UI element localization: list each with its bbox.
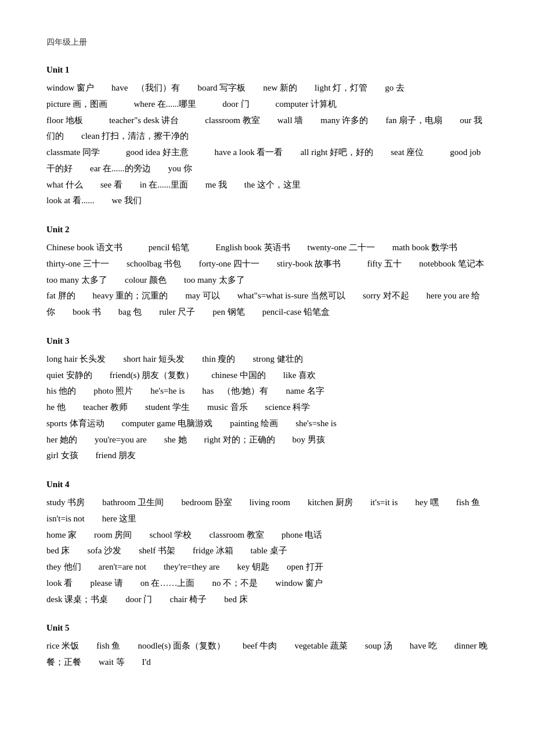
unit-3-para-6: her 她的 you're=you are she 她 right 对的；正确的… xyxy=(46,432,488,448)
unit-3-para-5: sports 体育运动 computer game 电脑游戏 painting … xyxy=(46,416,488,432)
unit-4-para-1: study 书房 bathroom 卫生间 bedroom 卧室 living … xyxy=(46,495,488,527)
unit-4-para-6: desk 课桌；书桌 door 门 chair 椅子 bed 床 xyxy=(46,592,488,608)
unit-4-title: Unit 4 xyxy=(46,477,488,492)
subtitle: 四年级上册 xyxy=(46,35,488,49)
unit-1-para-6: look at 看...... we 我们 xyxy=(46,193,488,209)
unit-3-para-1: long hair 长头发 short hair 短头发 thin 瘦的 str… xyxy=(46,351,488,368)
unit-4-para-5: look 看 please 请 on 在……上面 no 不；不是 window … xyxy=(46,575,488,592)
unit-1: Unit 1window 窗户 have （我们）有 board 写字板 new… xyxy=(46,62,488,209)
unit-4-content: study 书房 bathroom 卫生间 bedroom 卧室 living … xyxy=(46,495,488,607)
unit-1-para-4: classmate 同学 good idea 好主意 have a look 看… xyxy=(46,145,488,177)
unit-1-title: Unit 1 xyxy=(46,62,488,78)
unit-3-para-4: he 他 teacher 教师 student 学生 music 音乐 scie… xyxy=(46,399,488,416)
unit-1-para-1: window 窗户 have （我们）有 board 写字板 new 新的 li… xyxy=(46,80,488,96)
unit-4-para-3: bed 床 sofa 沙发 shelf 书架 fridge 冰箱 table 桌… xyxy=(46,543,488,559)
unit-1-content: window 窗户 have （我们）有 board 写字板 new 新的 li… xyxy=(46,80,488,209)
unit-5-content: rice 米饭 fish 鱼 noodle(s) 面条（复数） beef 牛肉 … xyxy=(46,638,488,671)
unit-3-content: long hair 长头发 short hair 短头发 thin 瘦的 str… xyxy=(46,351,488,464)
unit-2-title: Unit 2 xyxy=(46,222,488,237)
page-container: 四年级上册 Unit 1window 窗户 have （我们）有 board 写… xyxy=(46,35,488,671)
unit-3-title: Unit 3 xyxy=(46,333,488,349)
unit-5-title: Unit 5 xyxy=(46,620,488,636)
unit-1-para-2: picture 画，图画 where 在......哪里 door 门 comp… xyxy=(46,96,488,113)
unit-4-para-4: they 他们 aren't=are not they're=they are … xyxy=(46,559,488,575)
unit-4: Unit 4study 书房 bathroom 卫生间 bedroom 卧室 l… xyxy=(46,477,488,607)
unit-5-para-1: rice 米饭 fish 鱼 noodle(s) 面条（复数） beef 牛肉 … xyxy=(46,638,488,671)
unit-1-para-3: floor 地板 teacher"s desk 讲台 classroom 教室 … xyxy=(46,113,488,145)
unit-4-para-2: home 家 room 房间 school 学校 classroom 教室 ph… xyxy=(46,527,488,543)
unit-5: Unit 5rice 米饭 fish 鱼 noodle(s) 面条（复数） be… xyxy=(46,620,488,671)
unit-3-para-2: quiet 安静的 friend(s) 朋友（复数） chinese 中国的 l… xyxy=(46,368,488,384)
unit-2-para-1: Chinese book 语文书 pencil 铅笔 English book … xyxy=(46,240,488,288)
unit-3-para-7: girl 女孩 friend 朋友 xyxy=(46,448,488,464)
unit-3: Unit 3long hair 长头发 short hair 短头发 thin … xyxy=(46,333,488,464)
unit-3-para-3: his 他的 photo 照片 he's=he is has （他/她）有 na… xyxy=(46,383,488,399)
unit-2: Unit 2Chinese book 语文书 pencil 铅笔 English… xyxy=(46,222,488,321)
unit-2-content: Chinese book 语文书 pencil 铅笔 English book … xyxy=(46,240,488,321)
unit-1-para-5: what 什么 see 看 in 在......里面 me 我 the 这个，这… xyxy=(46,177,488,193)
unit-2-para-2: fat 胖的 heavy 重的；沉重的 may 可以 what"s=what i… xyxy=(46,288,488,321)
